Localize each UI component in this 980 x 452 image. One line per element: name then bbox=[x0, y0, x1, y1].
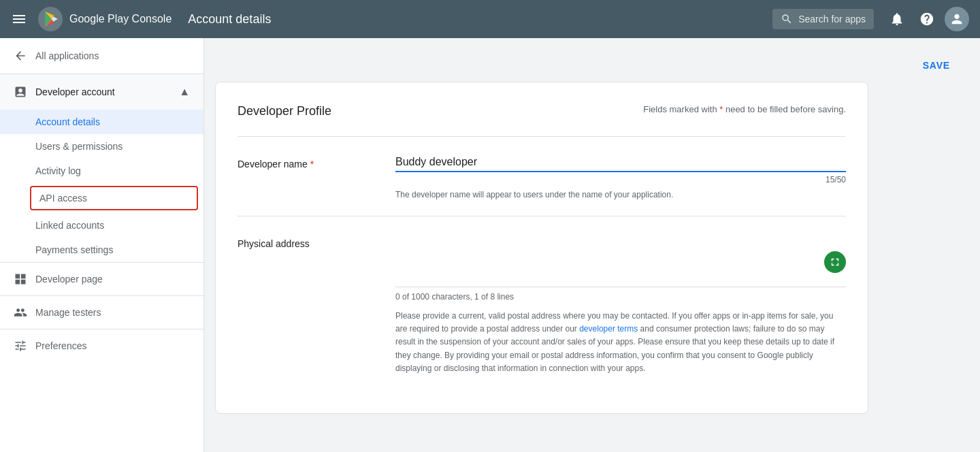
sidebar-item-payments-settings[interactable]: Payments settings bbox=[0, 238, 203, 262]
physical-address-field-col: 0 of 1000 characters, 1 of 8 lines Pleas… bbox=[395, 233, 846, 375]
help-button[interactable] bbox=[915, 7, 939, 31]
sidebar-item-activity-log[interactable]: Activity log bbox=[0, 159, 203, 183]
topnav-icons bbox=[885, 7, 969, 31]
activity-log-label: Activity log bbox=[35, 165, 81, 176]
save-bar: SAVE bbox=[215, 49, 969, 82]
developer-account-icon bbox=[14, 85, 27, 99]
developer-account-chevron-icon: ▲ bbox=[179, 86, 190, 98]
sidebar-item-account-details[interactable]: Account details bbox=[0, 110, 203, 134]
account-details-label: Account details bbox=[35, 116, 100, 127]
payments-settings-label: Payments settings bbox=[35, 244, 113, 255]
save-button[interactable]: SAVE bbox=[915, 54, 958, 76]
physical-address-label-col: Physical address bbox=[238, 233, 374, 375]
preferences-label: Preferences bbox=[35, 340, 86, 351]
search-bar[interactable]: Search for apps bbox=[772, 9, 874, 29]
notifications-button[interactable] bbox=[885, 7, 909, 31]
developer-account-title: Developer account bbox=[14, 85, 115, 99]
people-icon bbox=[14, 306, 27, 319]
developer-name-hint: The developer name will appear to users … bbox=[395, 190, 846, 199]
user-avatar[interactable] bbox=[945, 7, 969, 31]
developer-name-label-col: Developer name * bbox=[238, 153, 374, 199]
developer-profile-card: Developer Profile Fields marked with * n… bbox=[215, 82, 868, 414]
developer-name-label: Developer name bbox=[238, 159, 308, 170]
developer-name-char-count: 15/50 bbox=[395, 175, 846, 184]
google-play-logo-icon bbox=[38, 7, 63, 31]
hamburger-menu-button[interactable] bbox=[11, 11, 27, 27]
back-label: All applications bbox=[35, 50, 99, 61]
physical-address-hint: Please provide a current, valid postal a… bbox=[395, 310, 846, 375]
back-to-all-applications[interactable]: All applications bbox=[0, 38, 203, 74]
main-content: SAVE Developer Profile Fields marked wit… bbox=[204, 38, 980, 452]
sidebar-item-linked-accounts[interactable]: Linked accounts bbox=[0, 213, 203, 238]
logo-text: Google Play Console bbox=[69, 13, 172, 25]
fields-note-text: Fields marked with bbox=[643, 104, 717, 114]
profile-title: Developer Profile bbox=[238, 104, 331, 118]
physical-address-wrapper bbox=[395, 233, 846, 289]
physical-address-textarea[interactable] bbox=[395, 233, 846, 287]
fields-required-note: Fields marked with * need to be filled b… bbox=[643, 104, 846, 114]
developer-account-label: Developer account bbox=[35, 86, 115, 97]
physical-address-char-count: 0 of 1000 characters, 1 of 8 lines bbox=[395, 292, 846, 302]
grid-icon bbox=[14, 272, 27, 286]
sidebar-items: Account details Users & permissions Acti… bbox=[0, 110, 203, 262]
developer-page-label: Developer page bbox=[35, 274, 103, 285]
sidebar-item-developer-page[interactable]: Developer page bbox=[0, 262, 203, 295]
linked-accounts-label: Linked accounts bbox=[35, 220, 104, 231]
fields-note-star: * bbox=[719, 104, 725, 114]
expand-icon bbox=[829, 256, 841, 268]
textarea-expand-button[interactable] bbox=[824, 251, 846, 273]
physical-address-label: Physical address bbox=[238, 238, 310, 249]
developer-name-row: Developer name * 15/50 The developer nam… bbox=[238, 136, 846, 216]
page-title: Account details bbox=[188, 12, 271, 27]
developer-name-field-col: 15/50 The developer name will appear to … bbox=[395, 153, 846, 199]
developer-name-input[interactable] bbox=[395, 153, 846, 172]
sidebar: All applications Developer account ▲ Acc… bbox=[0, 38, 204, 452]
back-arrow-icon bbox=[14, 49, 27, 63]
search-placeholder: Search for apps bbox=[798, 14, 866, 25]
sidebar-item-api-access[interactable]: API access bbox=[30, 186, 198, 210]
search-icon bbox=[781, 13, 793, 25]
manage-testers-label: Manage testers bbox=[35, 307, 101, 318]
sidebar-item-preferences[interactable]: Preferences bbox=[0, 329, 203, 362]
users-permissions-label: Users & permissions bbox=[35, 141, 122, 152]
developer-name-required-star: * bbox=[310, 159, 314, 170]
logo-link[interactable]: Google Play Console bbox=[38, 7, 172, 31]
sliders-icon bbox=[14, 339, 27, 353]
fields-note-suffix: need to be filled before saving. bbox=[725, 104, 846, 114]
top-navigation: Google Play Console Account details Sear… bbox=[0, 0, 980, 38]
developer-terms-link[interactable]: developer terms bbox=[579, 324, 638, 334]
physical-address-row: Physical address 0 of 1000 characters, 1… bbox=[238, 216, 846, 391]
sidebar-item-users-permissions[interactable]: Users & permissions bbox=[0, 134, 203, 159]
api-access-label: API access bbox=[39, 193, 87, 204]
developer-account-section[interactable]: Developer account ▲ bbox=[0, 74, 203, 110]
sidebar-item-manage-testers[interactable]: Manage testers bbox=[0, 295, 203, 329]
